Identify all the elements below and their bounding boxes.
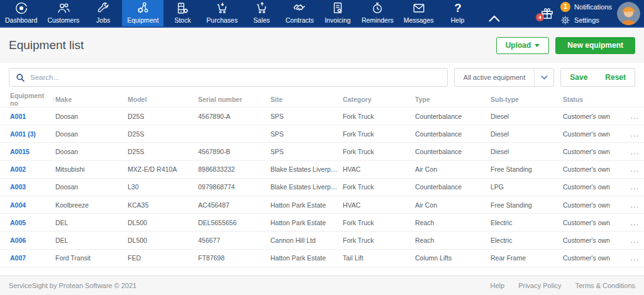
cell-model: FED: [128, 254, 198, 262]
cell-category: HVAC: [343, 165, 415, 173]
cell-make: Koolbreeze: [55, 201, 128, 209]
footer-link-terms-conditions[interactable]: Terms & Conditions: [575, 282, 635, 289]
equipment-no-link[interactable]: A007: [10, 254, 55, 262]
cell-status: Customer's own: [563, 201, 618, 209]
row-actions-menu-icon[interactable]: ...: [618, 113, 639, 120]
nav-item-label: Reminders: [362, 16, 394, 24]
nav-item-invoicing[interactable]: Invoicing: [319, 0, 357, 26]
equipment-no-link[interactable]: A005: [10, 219, 55, 226]
cell-model: D25S: [128, 148, 198, 155]
cell-make: DEL: [55, 237, 128, 244]
nav-item-sales[interactable]: Sales: [243, 0, 280, 26]
equipment-no-link[interactable]: A004: [10, 201, 55, 209]
row-actions-menu-icon[interactable]: ...: [618, 184, 639, 190]
column-header-label: Status: [563, 96, 583, 103]
settings-button[interactable]: Settings: [560, 14, 612, 26]
cell-serial: 4567890-A: [198, 113, 270, 120]
nav-item-customers[interactable]: Customers: [42, 0, 84, 26]
cell-site: Cannon Hill Ltd: [270, 237, 343, 244]
cell-model: D25S: [128, 113, 198, 120]
footer: ServiceSight by Protean Software © 2021 …: [0, 276, 644, 295]
cell-category: HVAC: [343, 201, 415, 209]
cell-make: Doosan: [55, 183, 128, 191]
cell-type: Reach: [415, 237, 491, 244]
nav-item-label: Dashboard: [5, 16, 37, 24]
row-actions-menu-icon[interactable]: ...: [618, 220, 639, 226]
envelope-icon: [411, 1, 426, 16]
notifications-label: Notifications: [574, 3, 612, 11]
notifications-button[interactable]: 1 Notifications: [560, 1, 612, 13]
column-header-category[interactable]: Category: [343, 96, 415, 103]
cell-type: Counterbalance: [415, 130, 491, 138]
cell-status: Customer's own: [563, 113, 618, 120]
row-actions-menu-icon[interactable]: ...: [618, 237, 639, 243]
column-header-label: Make: [55, 96, 72, 103]
nav-item-help[interactable]: ?Help: [439, 0, 477, 26]
nav-item-label: Sales: [253, 16, 270, 24]
active-filter-dropdown[interactable]: All active equipment: [454, 68, 554, 87]
row-actions-menu-icon[interactable]: ...: [618, 255, 639, 261]
table-row: A0015DoosanD25S4567890-BSPSFork TruckCou…: [0, 143, 644, 160]
notifications-count-badge: 1: [560, 2, 570, 12]
cell-serial: 8986833232: [198, 165, 270, 173]
table-row: A001 (3)DoosanD25SSPSFork TruckCounterba…: [0, 125, 644, 143]
row-actions-menu-icon[interactable]: ...: [618, 166, 639, 172]
user-avatar[interactable]: [617, 2, 640, 25]
nav-item-messages[interactable]: Messages: [399, 0, 439, 26]
gear-icon: [560, 16, 570, 25]
cell-site: Blake Estates Liverpool -: [270, 183, 343, 191]
cell-model: DL500: [128, 219, 198, 226]
equipment-no-link[interactable]: A006: [10, 237, 55, 244]
table-row: A002MitsubishiMXZ-E/D R410A8986833232Bla…: [0, 161, 644, 179]
footer-link-privacy-policy[interactable]: Privacy Policy: [518, 282, 561, 289]
column-header-equipment-no[interactable]: Equipment no↑: [10, 92, 55, 107]
row-actions-menu-icon[interactable]: ...: [618, 131, 639, 137]
column-header-model[interactable]: Model: [128, 96, 198, 103]
nav-item-contracts[interactable]: Contracts: [280, 0, 319, 26]
nav-item-reminders[interactable]: Reminders: [357, 0, 399, 26]
footer-link-help[interactable]: Help: [491, 282, 505, 289]
nav-item-stock[interactable]: Stock: [164, 0, 201, 26]
equipment-no-link[interactable]: A0015: [10, 148, 55, 155]
nav-collapse-button[interactable]: [477, 0, 502, 26]
cell-serial: DEL5655656: [198, 219, 270, 226]
save-filter-button[interactable]: Save: [561, 73, 596, 82]
column-header-type[interactable]: Type: [415, 96, 491, 103]
new-equipment-button[interactable]: New equipment: [555, 37, 635, 54]
whats-new-button[interactable]: 4: [540, 7, 555, 19]
row-actions-menu-icon[interactable]: ...: [618, 148, 639, 155]
nav-item-equipment[interactable]: Equipment: [122, 0, 164, 26]
wrench-icon: [96, 1, 111, 16]
cell-site: SPS: [270, 113, 343, 120]
nav-item-dashboard[interactable]: Dashboard: [0, 0, 42, 26]
column-header-serial-number[interactable]: Serial number: [198, 96, 270, 103]
equipment-no-link[interactable]: A001: [10, 113, 55, 120]
search-input[interactable]: [30, 74, 441, 81]
table-row: A001DoosanD25S4567890-ASPSFork TruckCoun…: [0, 108, 644, 125]
cell-status: Customer's own: [563, 165, 618, 173]
row-actions-menu-icon[interactable]: ...: [618, 202, 639, 208]
cell-category: Fork Truck: [343, 113, 415, 120]
reset-filter-button[interactable]: Reset: [596, 73, 635, 82]
column-header-site[interactable]: Site: [270, 96, 343, 103]
chevron-down-icon[interactable]: [535, 75, 553, 80]
nav-item-jobs[interactable]: Jobs: [84, 0, 122, 26]
upload-button[interactable]: Upload: [496, 37, 550, 54]
nav-item-purchases[interactable]: Purchases: [201, 0, 243, 26]
copyright-text: ServiceSight by Protean Software © 2021: [9, 282, 136, 289]
equipment-no-link[interactable]: A002: [10, 165, 55, 173]
customers-icon: [56, 1, 71, 16]
column-header-label: Equipment no: [10, 92, 50, 107]
cell-site: Hatton Park Estate: [270, 201, 343, 209]
nav-item-label: Invoicing: [325, 16, 350, 24]
column-header-sub-type[interactable]: Sub-type: [491, 96, 563, 103]
equipment-no-link[interactable]: A001 (3): [10, 130, 55, 138]
stock-icon: [175, 1, 190, 16]
question-mark-icon: ?: [450, 1, 465, 16]
cell-serial: 0979868774: [198, 183, 270, 191]
equipment-no-link[interactable]: A003: [10, 183, 55, 191]
cell-make: Ford Transit: [55, 254, 128, 262]
column-header-make[interactable]: Make: [55, 96, 128, 103]
cell-model: D25S: [128, 130, 198, 138]
column-header-status[interactable]: Status: [563, 96, 618, 103]
